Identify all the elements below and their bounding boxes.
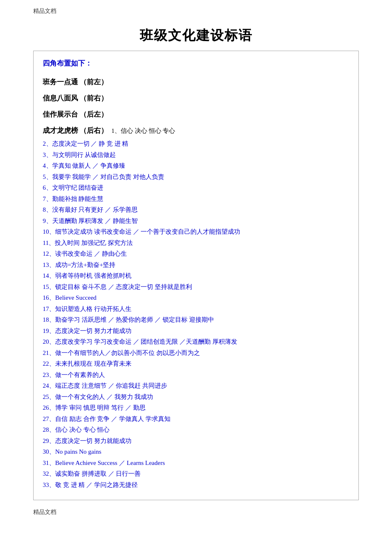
list-item: 10、细节决定成功 读书改变命运 ／ 一个善于改变自己的人才能指望成功 (43, 227, 349, 237)
list-item: 5、我要学 我能学 ／ 对自己负责 对他人负责 (43, 172, 349, 183)
list-item: 9、天道酬勤 厚积薄发 ／ 静能生智 (43, 216, 349, 227)
subsection-1-label: 班务一点通 (43, 78, 78, 86)
list-item: 11、投入时间 加强记忆 探究方法 (43, 238, 349, 249)
list-item: 2、态度决定一切 ／ 静 竞 进 精 (43, 139, 349, 149)
list-item: 30、No pains No gains (43, 447, 349, 457)
subsection-3-label: 佳作展示台 (43, 110, 78, 118)
list-item: 21、做一个有细节的人／勿以善小而不位 勿以恶小而为之 (43, 348, 349, 359)
list-item: 16、Believe Succeed (43, 293, 349, 303)
list-item: 3、与文明同行 从诚信做起 (43, 150, 349, 161)
list-item: 24、端正态度 注意细节 ／ 你追我赶 共同进步 (43, 381, 349, 391)
subsection-2-label: 信息八面风 (43, 94, 78, 102)
list-item: 18、勤奋学习 活跃思维 ／ 热爱你的老师 ／ 锁定目标 迎接期中 (43, 315, 349, 325)
list-item: 22、未来扎根现在 现在孕育未来 (43, 359, 349, 369)
list-item: 17、知识塑造人格 行动开拓人生 (43, 304, 349, 315)
list-item: 31、Believe Achieve Success ／ Learns Lead… (43, 458, 349, 469)
subsection-4-extra: 1、信心 决心 恒心 专心 (112, 127, 175, 134)
list-item: 29、态度决定一切 努力就能成功 (43, 436, 349, 447)
list-item: 12、读书改变命运 ／ 静由心生 (43, 249, 349, 259)
subsection-2-paren: （前右） (80, 94, 108, 102)
list-item: 20、态度改变学习 学习改变命运 ／ 团结创造无限 ／天道酬勤 厚积薄发 (43, 337, 349, 347)
list-item: 7、勤能补拙 静能生慧 (43, 194, 349, 205)
list-item: 23、做一个有素养的人 (43, 370, 349, 381)
list-item: 8、没有最好 只有更好 ／ 乐学善思 (43, 205, 349, 215)
watermark-top: 精品文档 (0, 0, 392, 19)
items-container: 2、态度决定一切 ／ 静 竞 进 精3、与文明同行 从诚信做起4、学真知 做新人… (43, 139, 349, 490)
list-item: 27、自信 励志 合作 竞争 ／ 学做真人 学求真知 (43, 414, 349, 425)
subsection-4-paren: （后右） (80, 127, 108, 134)
list-item: 15、锁定目标 奋斗不息 ／ 态度决定一切 坚持就是胜利 (43, 282, 349, 293)
list-item: 32、诚实勤奋 拼搏进取 ／ 日行一善 (43, 469, 349, 479)
list-item: 28、信心 决心 专心 恒心 (43, 425, 349, 435)
list-item: 25、做一个有文化的人 ／ 我努力 我成功 (43, 392, 349, 403)
subsection-1-paren: （前左） (80, 78, 108, 86)
list-item: 14、弱者等待时机 强者抢抓时机 (43, 271, 349, 281)
list-item: 26、博学 审问 慎思 明辩 笃行 ／ 勤思 (43, 403, 349, 413)
section-header: 四角布置如下： (43, 59, 92, 67)
list-item: 6、文明守纪 团结奋进 (43, 183, 349, 193)
page-title: 班级文化建设标语 (0, 19, 392, 51)
list-item: 33、敬 竞 进 精 ／ 学问之路无捷径 (43, 480, 349, 491)
subsection-3-paren: （后左） (80, 110, 108, 118)
subsection-2: 信息八面风 （前右） (43, 93, 349, 103)
list-item: 4、学真知 做新人 ／ 争真修臻 (43, 161, 349, 171)
subsection-4-label: 成才龙虎榜 (43, 127, 78, 134)
content-box: 四角布置如下： 班务一点通 （前左） 信息八面风 （前右） 佳作展示台 （后左）… (33, 51, 359, 500)
watermark-bottom: 精品文档 (0, 500, 392, 523)
list-item: 19、态度决定一切 努力才能成功 (43, 326, 349, 337)
subsection-4: 成才龙虎榜 （后右） 1、信心 决心 恒心 专心 (43, 126, 349, 135)
subsection-3: 佳作展示台 （后左） (43, 110, 349, 119)
list-item: 13、成功=方法+勤奋+坚持 (43, 260, 349, 271)
subsection-1: 班务一点通 （前左） (43, 77, 349, 87)
